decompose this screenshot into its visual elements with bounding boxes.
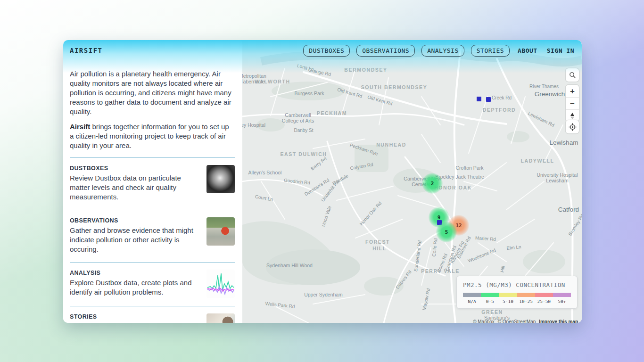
legend-stop: 25-50 <box>535 293 553 304</box>
marker-count: 5 <box>445 229 448 235</box>
legend-stop: 5-10 <box>499 293 517 304</box>
legend-swatch <box>517 293 535 297</box>
search-icon <box>569 72 576 79</box>
legend-stop-label: 50+ <box>553 299 571 304</box>
legend-swatch <box>481 293 499 297</box>
sidebar-section-dustboxes[interactable]: DUSTBOXES Review Dustbox data on particu… <box>70 158 235 203</box>
section-title: ANALYSIS <box>70 270 201 276</box>
legend-stop: 0-5 <box>481 293 499 304</box>
sidebar-section-analysis[interactable]: ANALYSIS Explore Dustbox data, create pl… <box>70 263 235 299</box>
sidebar: Air pollution is a planetary health emer… <box>63 40 242 323</box>
legend-stop-label: 10-25 <box>517 299 535 304</box>
compass-icon <box>569 112 576 120</box>
legend-stop: 50+ <box>553 293 571 304</box>
legend-stop: N/A <box>463 293 481 304</box>
legend-stop-label: N/A <box>463 299 481 304</box>
nav-button[interactable]: OBSERVATIONS <box>356 45 415 57</box>
nav-button[interactable]: SIGN IN <box>545 45 576 56</box>
geolocate-icon <box>569 123 577 131</box>
map-search-button[interactable] <box>566 68 579 82</box>
improve-map-link[interactable]: Improve this map <box>539 319 578 323</box>
intro-paragraph-1: Air pollution is a planetary health emer… <box>70 69 235 116</box>
map-attribution: © Mapbox © OpenStreetMap Improve this ma… <box>473 319 580 323</box>
legend-swatch <box>535 293 553 297</box>
section-title: DUSTBOXES <box>70 165 201 172</box>
section-description: Review Dustbox data on particulate matte… <box>70 173 201 202</box>
section-title: OBSERVATIONS <box>70 217 201 224</box>
map-marker[interactable]: 2 <box>422 173 443 194</box>
legend-swatch <box>499 293 517 297</box>
zoom-in-button[interactable]: + <box>566 85 579 97</box>
observations-street-image <box>206 217 235 246</box>
mapbox-attribution-link[interactable]: © Mapbox <box>473 319 495 323</box>
sidebar-section-stories[interactable]: STORIES Draw together different kinds of <box>70 306 235 323</box>
nav-button[interactable]: DUSTBOXES <box>303 45 350 57</box>
section-description: Explore Dustbox data, create plots and i… <box>70 278 201 297</box>
section-title: STORIES <box>70 313 201 320</box>
nav-button[interactable]: ANALYSIS <box>421 45 464 57</box>
nav-button[interactable]: ABOUT <box>516 45 539 56</box>
osm-attribution-link[interactable]: © OpenStreetMap <box>498 319 536 323</box>
marker-count: 9 <box>438 214 441 221</box>
legend-color-bar: N/A 0-5 5-10 10-25 25-50 50+ <box>463 293 571 304</box>
stories-workshop-image <box>206 313 235 323</box>
section-description: Gather and browse evidence that might in… <box>70 226 201 254</box>
legend-swatch <box>553 293 571 297</box>
dustboxes-particle-image <box>206 165 235 193</box>
legend-stop-label: 25-50 <box>535 299 553 304</box>
marker-count: 12 <box>455 222 462 229</box>
intro-paragraph-2: Airsift brings together information for … <box>70 122 235 150</box>
zoom-out-button[interactable]: − <box>566 97 579 109</box>
pm25-legend: PM2.5 (MG/M3) CONCENTRATION N/A 0-5 5-10… <box>456 276 578 309</box>
intro-brand-bold: Airsift <box>70 123 90 131</box>
legend-title: PM2.5 (MG/M3) CONCENTRATION <box>463 281 571 288</box>
legend-stop-label: 5-10 <box>499 299 517 304</box>
analysis-plot-image <box>206 270 235 298</box>
airsift-app-window: Air pollution is a planetary health emer… <box>63 40 582 323</box>
map-marker[interactable] <box>477 97 481 101</box>
map-marker[interactable] <box>486 97 491 102</box>
intro-paragraph-2-rest: brings together information for you to s… <box>70 123 229 149</box>
legend-swatch <box>463 293 481 297</box>
map-zoom-controls: + − <box>566 85 579 122</box>
map-marker[interactable]: 5 <box>436 222 457 242</box>
top-navigation: DUSTBOXESOBSERVATIONSANALYSISSTORIESABOU… <box>303 45 576 57</box>
section-description: Draw together different kinds of <box>70 322 201 323</box>
legend-stop: 10-25 <box>517 293 535 304</box>
app-title: AIRSIFT <box>70 47 103 54</box>
legend-stop-label: 0-5 <box>481 299 499 304</box>
geolocate-button[interactable] <box>566 120 579 133</box>
sidebar-section-observations[interactable]: OBSERVATIONS Gather and browse evidence … <box>70 210 235 255</box>
map[interactable]: River ThamesGreenwichCreek RdDEPTFORDBER… <box>242 40 582 323</box>
nav-button[interactable]: STORIES <box>471 45 510 57</box>
marker-count: 2 <box>431 181 434 187</box>
